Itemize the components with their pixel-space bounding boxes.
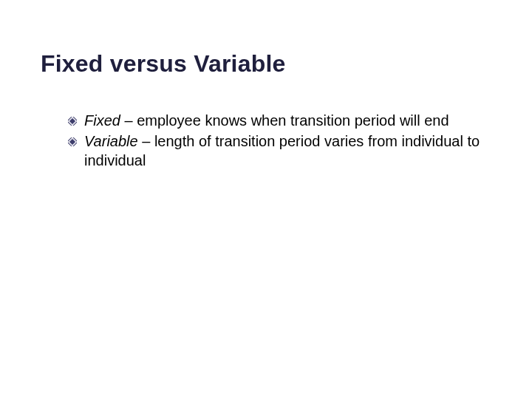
bullet-desc: – length of transition period varies fro… bbox=[84, 133, 480, 168]
bullet-term: Variable bbox=[84, 133, 138, 149]
diamond-bullet-icon bbox=[68, 136, 77, 145]
bullet-item: Fixed – employee knows when transition p… bbox=[68, 111, 482, 130]
bullet-term: Fixed bbox=[84, 112, 120, 129]
bullet-desc: – employee knows when transition period … bbox=[120, 112, 449, 129]
slide-body: Fixed – employee knows when transition p… bbox=[68, 111, 482, 171]
svg-rect-0 bbox=[69, 118, 75, 124]
bullet-item: Variable – length of transition period v… bbox=[68, 132, 482, 170]
slide-title: Fixed versus Variable bbox=[41, 50, 286, 78]
diamond-bullet-icon bbox=[68, 115, 77, 124]
bullet-text: Fixed – employee knows when transition p… bbox=[84, 111, 449, 130]
slide: Fixed versus Variable Fixed – employee k… bbox=[0, 0, 532, 399]
bullet-text: Variable – length of transition period v… bbox=[84, 132, 482, 170]
svg-rect-2 bbox=[69, 139, 75, 145]
